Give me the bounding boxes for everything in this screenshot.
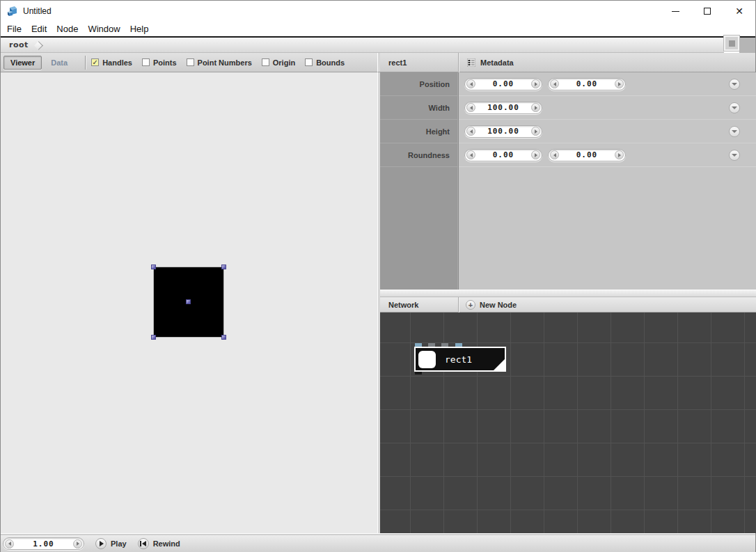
param-row-width: 100.00 (459, 96, 756, 120)
param-menu-button[interactable] (729, 150, 740, 161)
pane-icon (729, 40, 735, 47)
corner-handle-top-left[interactable] (151, 265, 156, 269)
output-port[interactable] (415, 372, 422, 374)
stepper-decrement-button[interactable] (5, 539, 14, 549)
minimize-button[interactable] (659, 1, 691, 22)
tab-data[interactable]: Data (45, 56, 74, 69)
menu-edit[interactable]: Edit (26, 22, 52, 36)
stepper-decrement-button[interactable] (466, 127, 475, 136)
corner-handle-bottom-left[interactable] (151, 335, 156, 340)
menu-help[interactable]: Help (125, 22, 154, 36)
input-port-position[interactable] (415, 343, 422, 347)
checkbox-label: Point Numbers (198, 58, 252, 67)
center-handle[interactable] (186, 299, 191, 304)
tab-viewer[interactable]: Viewer (3, 56, 42, 70)
stepper-decrement-button[interactable] (550, 150, 559, 159)
stepper-value[interactable]: 0.00 (559, 79, 615, 88)
checkbox-label: Handles (102, 58, 132, 67)
network-canvas[interactable]: rect1 (380, 313, 756, 533)
checkbox-unchecked-icon (262, 58, 269, 66)
stepper-value[interactable]: 0.00 (559, 150, 615, 159)
stepper-increment-button[interactable] (531, 79, 540, 88)
menu-bar: File Edit Node Window Help (1, 22, 755, 36)
horizontal-splitter[interactable] (380, 290, 756, 297)
frame-value[interactable]: 1.00 (14, 539, 73, 549)
canvas-rectangle-shape[interactable] (154, 267, 223, 337)
arrow-right-icon (618, 153, 621, 157)
input-port-height[interactable] (441, 343, 448, 347)
param-menu-button[interactable] (729, 79, 740, 90)
breadcrumb-bar: root (1, 38, 755, 53)
arrow-right-icon (535, 129, 537, 134)
play-button[interactable]: Play (95, 538, 127, 549)
checkbox-label: Points (153, 58, 177, 67)
parameter-panel: Position Width Height Roundness 0.00 0.0… (380, 72, 756, 290)
stepper-increment-button[interactable] (73, 539, 82, 549)
checkbox-origin[interactable]: Origin (262, 58, 295, 67)
chevron-down-icon (732, 107, 737, 109)
param-menu-button[interactable] (729, 102, 740, 113)
stepper-decrement-button[interactable] (550, 79, 559, 88)
checkbox-handles[interactable]: ✓ Handles (91, 58, 132, 67)
checkbox-point-numbers[interactable]: Point Numbers (187, 58, 252, 67)
arrow-left-icon (470, 129, 473, 134)
stepper-decrement-button[interactable] (466, 150, 475, 159)
network-title: Network (388, 301, 458, 309)
stepper-increment-button[interactable] (531, 103, 540, 112)
checkbox-bounds[interactable]: Bounds (305, 58, 345, 67)
stepper-value[interactable]: 100.00 (475, 103, 531, 112)
toolbar-divider (85, 56, 86, 70)
position-y-stepper[interactable]: 0.00 (548, 78, 626, 90)
checkbox-points[interactable]: Points (142, 58, 177, 67)
viewer-canvas[interactable] (1, 72, 377, 533)
param-label-column: Position Width Height Roundness (380, 72, 459, 290)
stepper-decrement-button[interactable] (466, 103, 475, 112)
metadata-button[interactable]: Metadata (467, 58, 514, 67)
chevron-down-icon (732, 83, 737, 86)
close-button[interactable]: ✕ (723, 1, 755, 22)
menu-window[interactable]: Window (83, 22, 125, 36)
pane-toggle-button[interactable] (724, 36, 739, 51)
transport-bar: 1.00 Play Rewind (1, 535, 755, 552)
stepper-decrement-button[interactable] (466, 79, 475, 88)
param-header-divider (458, 53, 459, 72)
app-logo-icon (6, 6, 18, 17)
corner-handle-bottom-right[interactable] (221, 335, 226, 340)
network-header-divider (458, 297, 459, 313)
stepper-increment-button[interactable] (531, 150, 540, 159)
stepper-value[interactable]: 0.00 (475, 150, 531, 159)
arrow-right-icon (535, 153, 537, 157)
play-icon (95, 538, 107, 549)
checkbox-unchecked-icon (187, 58, 194, 66)
metadata-label: Metadata (480, 58, 514, 67)
metadata-icon (467, 58, 475, 67)
arrow-left-icon (470, 82, 473, 86)
maximize-button[interactable] (691, 1, 723, 22)
stepper-increment-button[interactable] (615, 150, 624, 159)
checkbox-label: Bounds (316, 58, 345, 67)
arrow-right-icon (618, 82, 621, 86)
param-menu-button[interactable] (729, 126, 740, 137)
input-port-width[interactable] (428, 343, 435, 347)
selected-node-name: rect1 (388, 58, 458, 67)
roundness-y-stepper[interactable]: 0.00 (548, 149, 626, 161)
input-port-roundness[interactable] (455, 343, 462, 347)
window-title: Untitled (23, 6, 52, 16)
roundness-x-stepper[interactable]: 0.00 (464, 149, 542, 161)
new-node-button[interactable]: + New Node (466, 300, 517, 310)
breadcrumb-root[interactable]: root (9, 40, 29, 49)
position-x-stepper[interactable]: 0.00 (464, 78, 542, 90)
rewind-button[interactable]: Rewind (138, 538, 180, 549)
stepper-increment-button[interactable] (615, 79, 624, 88)
network-node-rect1[interactable]: rect1 (414, 347, 506, 372)
height-stepper[interactable]: 100.00 (464, 125, 542, 138)
width-stepper[interactable]: 100.00 (464, 102, 542, 114)
menu-node[interactable]: Node (52, 22, 83, 36)
arrow-left-icon (8, 542, 11, 546)
menu-file[interactable]: File (2, 22, 26, 36)
frame-stepper[interactable]: 1.00 (3, 537, 84, 550)
stepper-increment-button[interactable] (531, 127, 540, 136)
stepper-value[interactable]: 0.00 (475, 79, 531, 88)
stepper-value[interactable]: 100.00 (475, 127, 531, 136)
corner-handle-top-right[interactable] (221, 265, 226, 269)
